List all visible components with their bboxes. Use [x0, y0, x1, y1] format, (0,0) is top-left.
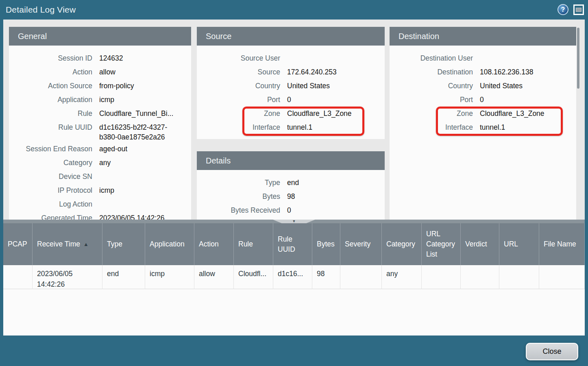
field-label: Session End Reason [9, 142, 92, 154]
field-value: any [99, 156, 181, 168]
column-header-rule-uuid[interactable]: Rule UUID [273, 223, 312, 265]
source-row-country: Country United States [197, 79, 381, 93]
field-label: Application [9, 93, 92, 105]
field-value: 0 [287, 93, 373, 105]
field-label: Device SN [9, 170, 92, 181]
source-row-port: Port 0 [197, 93, 381, 107]
general-row-session-end-reason: Session End Reason aged-out [9, 142, 188, 156]
field-label: Type [197, 176, 280, 187]
general-row-rule-uuid: Rule UUID d1c16235-b2f2-4327-b380-0ae187… [9, 120, 188, 142]
source-row-source-user: Source User [197, 51, 381, 65]
field-label: Source [197, 65, 280, 77]
column-header-url[interactable]: URL [499, 223, 539, 265]
general-row-application: Application icmp [9, 93, 188, 107]
column-header-type[interactable]: Type [102, 223, 145, 265]
field-label: Log Action [9, 197, 92, 209]
field-label: Rule [9, 107, 92, 118]
column-header-file-name[interactable]: File Name [539, 223, 585, 265]
field-value: 98 [287, 190, 373, 201]
table-header-row: PCAP Receive Time▲ Type Application Acti… [3, 223, 585, 265]
field-label: Action Source [9, 79, 92, 91]
cell-action: allow [194, 265, 234, 289]
details-row-bytes-received: Bytes Received 0 [197, 203, 381, 217]
field-value: 0 [287, 203, 373, 215]
field-label: Category [9, 156, 92, 168]
details-panel-body: Type end Bytes 98 Bytes Received 0 [197, 170, 385, 220]
cell-file-name [539, 265, 585, 289]
field-label: Session ID [9, 51, 92, 63]
field-value: tunnel.1 [480, 120, 566, 132]
column-header-url-category-list[interactable]: URL Category List [422, 223, 461, 265]
source-panel: Source Source User Source 172.64.240.253… [197, 27, 385, 139]
source-row-zone: Zone Cloudflare_L3_Zone [197, 107, 381, 120]
page-title: Detailed Log View [0, 5, 76, 15]
field-value [99, 197, 181, 199]
help-icon-glyph: ? [561, 6, 565, 13]
field-value [99, 170, 181, 172]
destination-panel: Destination Destination User Destination… [390, 27, 576, 220]
column-header-category[interactable]: Category [382, 223, 422, 265]
field-label: Interface [390, 120, 473, 132]
field-value: 108.162.236.138 [480, 65, 566, 77]
column-header-pcap[interactable]: PCAP [3, 223, 33, 265]
column-header-application[interactable]: Application [145, 223, 194, 265]
close-button[interactable]: Close [526, 343, 578, 360]
details-row-type: Type end [197, 176, 381, 190]
cell-pcap [3, 265, 33, 289]
cell-url-category-list [422, 265, 461, 289]
column-header-verdict[interactable]: Verdict [461, 223, 499, 265]
destination-row-destination: Destination 108.162.236.138 [390, 65, 573, 79]
details-row-bytes: Bytes 98 [197, 190, 381, 203]
table-row[interactable]: 2023/06/05 14:42:26 end icmp allow Cloud… [3, 265, 585, 289]
column-header-rule[interactable]: Rule [234, 223, 273, 265]
field-label: Rule UUID [9, 120, 92, 132]
field-value: icmp [99, 93, 181, 105]
general-row-log-action: Log Action [9, 197, 188, 211]
column-header-label: Bytes [317, 239, 335, 249]
column-header-severity[interactable]: Severity [340, 223, 382, 265]
log-entries-table: PCAP Receive Time▲ Type Application Acti… [3, 223, 585, 336]
cell-rule-uuid: d1c16... [273, 265, 312, 289]
window-restore-icon-inner [576, 8, 581, 12]
cell-verdict [461, 265, 499, 289]
field-label: Interface [197, 120, 280, 132]
vertical-scrollbar-thumb[interactable] [577, 28, 579, 89]
source-panel-body: Source User Source 172.64.240.253 Countr… [197, 46, 385, 137]
field-value [287, 51, 373, 53]
field-value: end [287, 176, 373, 187]
column-header-label: Application [150, 239, 185, 249]
destination-row-interface: Interface tunnel.1 [390, 120, 573, 134]
cell-category: any [382, 265, 422, 289]
column-header-label: PCAP [8, 239, 27, 249]
general-row-device-sn: Device SN [9, 170, 188, 183]
window-restore-icon[interactable] [573, 4, 584, 15]
field-label: Zone [390, 107, 473, 118]
destination-panel-header: Destination [390, 27, 576, 46]
cell-bytes: 98 [312, 265, 340, 289]
field-value: United States [287, 79, 373, 91]
details-panel: Details Type end Bytes 98 Bytes Received… [197, 151, 385, 220]
field-value: 172.64.240.253 [287, 65, 373, 77]
general-row-session-id: Session ID 124632 [9, 51, 188, 65]
field-value: United States [480, 79, 566, 91]
general-row-category: Category any [9, 156, 188, 170]
column-header-receive-time[interactable]: Receive Time▲ [33, 223, 102, 265]
column-header-action[interactable]: Action [194, 223, 234, 265]
field-value: 124632 [99, 51, 181, 63]
column-header-bytes[interactable]: Bytes [312, 223, 340, 265]
cell-severity [340, 265, 382, 289]
field-value: tunnel.1 [287, 120, 373, 132]
dialog-title-bar: Detailed Log View ? [0, 0, 588, 20]
column-header-label: Type [107, 239, 122, 249]
sort-ascending-icon: ▲ [83, 239, 89, 249]
field-label: Generated Time [9, 211, 92, 220]
help-icon[interactable]: ? [558, 4, 568, 15]
field-value: Cloudflare_L3_Zone [287, 107, 373, 118]
field-value: from-policy [99, 79, 181, 91]
field-label: Bytes [197, 190, 280, 201]
field-value: 0 [480, 93, 566, 105]
column-header-label: Verdict [465, 239, 487, 249]
splitter-drag-handle[interactable]: ▼ [273, 220, 315, 223]
source-row-interface: Interface tunnel.1 [197, 120, 381, 134]
column-header-label: Rule [238, 239, 253, 249]
